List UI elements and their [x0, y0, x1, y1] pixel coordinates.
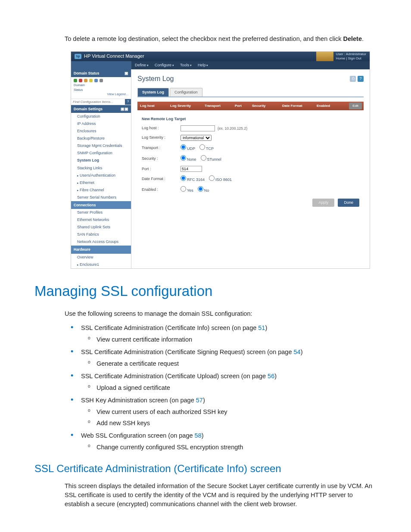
sidebar-item-storage-creds[interactable]: Storage Mgmt Credentials: [71, 142, 131, 149]
select-severity[interactable]: Informational: [181, 135, 212, 141]
radio-none[interactable]: [181, 155, 186, 161]
radio-udp[interactable]: [181, 144, 186, 150]
page-link[interactable]: 51: [258, 324, 265, 331]
content-title: System Log ⎙ ?: [137, 74, 364, 84]
sub-list-item: Generate a certificate request: [81, 359, 379, 368]
status-ok-icon: [74, 79, 77, 82]
app-title: HP Virtual Connect Manager: [84, 53, 144, 60]
section-toggle-icon[interactable]: ▣▣: [121, 106, 128, 112]
label-log-host: Log host :: [142, 125, 181, 131]
sidebar-item-snmp[interactable]: SNMP Configuration: [71, 149, 131, 157]
connections-header: Connections: [71, 201, 131, 209]
sidebar-item-shared-uplink[interactable]: Shared Uplink Sets: [71, 224, 131, 231]
list-item: SSL Certificate Administration (Certific…: [65, 324, 379, 344]
hardware-header: Hardware: [71, 246, 131, 253]
help-icon[interactable]: ?: [358, 76, 364, 82]
sidebar-item-network-access[interactable]: Network Access Groups: [71, 238, 131, 246]
sub-list-item: Change currently configured SSL encrypti…: [81, 443, 379, 452]
radio-stunnel[interactable]: [201, 155, 206, 161]
sidebar-item-configuration[interactable]: Configuration: [71, 113, 131, 120]
done-button[interactable]: Done: [338, 199, 359, 207]
page-link[interactable]: 57: [196, 397, 203, 404]
tab-configuration[interactable]: Configuration: [170, 88, 202, 96]
apply-button[interactable]: Apply: [312, 199, 334, 207]
sidebar-item-ip-address[interactable]: IP Address: [71, 120, 131, 128]
menu-define[interactable]: Define: [135, 62, 149, 68]
sub-list-item: Upload a signed certificate: [81, 383, 379, 392]
label-transport: Transport :: [142, 145, 181, 151]
user-info: User : Administrator Home | Sign Out: [336, 52, 366, 60]
app-screenshot: hp HP Virtual Connect Manager User : Adm…: [71, 51, 370, 269]
sidebar-item-backup-restore[interactable]: Backup/Restore: [71, 135, 131, 142]
radio-tcp[interactable]: [199, 144, 205, 150]
radio-enabled-no[interactable]: [198, 186, 203, 192]
status-major-icon: [84, 79, 87, 82]
sidebar-item-san-fabrics[interactable]: SAN Fabrics: [71, 231, 131, 238]
para-cert-info: This screen displays the detailed inform…: [65, 482, 379, 509]
sidebar-item-server-serials[interactable]: Server Serial Numbers: [71, 194, 131, 201]
sidebar-item-ethernet-networks[interactable]: Ethernet Networks: [71, 216, 131, 224]
list-item: SSL Certificate Administration (Certific…: [65, 348, 379, 368]
sidebar-item-system-log[interactable]: System Log: [71, 157, 131, 164]
sidebar-item-enclosure1[interactable]: Enclosure1: [71, 261, 131, 268]
page-link[interactable]: 58: [195, 432, 202, 439]
label-enabled: Enabled :: [142, 187, 181, 193]
heading-ssl-cert-info: SSL Certificate Administration (Certific…: [34, 461, 379, 476]
sub-list-item: View current users of each authorized SS…: [81, 408, 379, 417]
label-date-format: Date Format :: [142, 176, 181, 182]
header-graphic-icon: [316, 52, 333, 61]
hp-logo-icon: hp: [75, 54, 81, 59]
edit-button[interactable]: Edit: [349, 103, 362, 109]
print-icon[interactable]: ⎙: [350, 76, 356, 82]
sidebar: Domain Status▣ Domain Status: [71, 69, 131, 268]
sidebar-search-input[interactable]: [71, 99, 125, 105]
list-item: SSH Key Administration screen (on page 5…: [65, 396, 379, 428]
domain-settings-header: Domain Settings▣▣: [71, 105, 131, 113]
sidebar-item-stacking-links[interactable]: Stacking Links: [71, 165, 131, 172]
status-info-icon: [94, 79, 98, 82]
label-port: Port :: [142, 166, 181, 172]
radio-enabled-yes[interactable]: [181, 186, 186, 192]
sidebar-item-enclosures[interactable]: Enclosures: [71, 128, 131, 135]
radio-rfc3164[interactable]: [181, 175, 186, 181]
radio-iso8601[interactable]: [209, 175, 215, 181]
list-item: SSL Certificate Administration (Certific…: [65, 372, 379, 392]
label-severity: Log Severity :: [142, 135, 181, 140]
bullet-list: SSL Certificate Administration (Certific…: [65, 324, 379, 452]
collapse-icon[interactable]: ▣: [125, 71, 128, 76]
status-minor-icon: [89, 79, 93, 82]
form-title: New Remote Log Target: [142, 116, 364, 122]
input-log-host[interactable]: [181, 125, 215, 131]
table-header: Log host Log Severity Transport Port Sec…: [137, 102, 364, 110]
intro-paragraph: To delete a remote log destination, sele…: [65, 34, 379, 44]
view-legend-link[interactable]: View Legend...: [74, 92, 128, 97]
sidebar-item-overview[interactable]: Overview: [71, 254, 131, 261]
sidebar-item-users-auth[interactable]: Users/Authentication: [71, 172, 131, 179]
search-go-icon[interactable]: ?: [125, 99, 131, 105]
label-security: Security :: [142, 156, 181, 162]
sub-list-item: View current certificate information: [81, 335, 379, 344]
para-intro: Use the following screens to manage the …: [65, 309, 379, 318]
page-link[interactable]: 56: [268, 373, 274, 380]
status-critical-icon: [79, 79, 82, 82]
menu-tools[interactable]: Tools: [180, 62, 192, 68]
heading-managing-ssl: Managing SSL configuration: [34, 281, 379, 302]
menu-configure[interactable]: Configure: [155, 62, 174, 68]
status-unknown-icon: [100, 79, 103, 82]
menu-help[interactable]: Help: [198, 62, 208, 68]
sidebar-item-server-profiles[interactable]: Server Profiles: [71, 209, 131, 216]
tab-strip: System Log Configuration: [137, 88, 364, 97]
sub-list-item: Add new SSH keys: [81, 419, 379, 428]
page-link[interactable]: 54: [294, 348, 301, 355]
sidebar-item-ethernet[interactable]: Ethernet: [71, 179, 131, 187]
tab-system-log[interactable]: System Log: [137, 88, 169, 96]
list-item: Web SSL Configuration screen (on page 58…: [65, 431, 379, 452]
input-port[interactable]: [181, 166, 202, 172]
domain-status-header: Domain Status▣: [71, 69, 131, 77]
hint-log-host: (ex. 10.200.125.2): [218, 126, 247, 131]
sidebar-item-fibre-channel[interactable]: Fibre Channel: [71, 187, 131, 194]
